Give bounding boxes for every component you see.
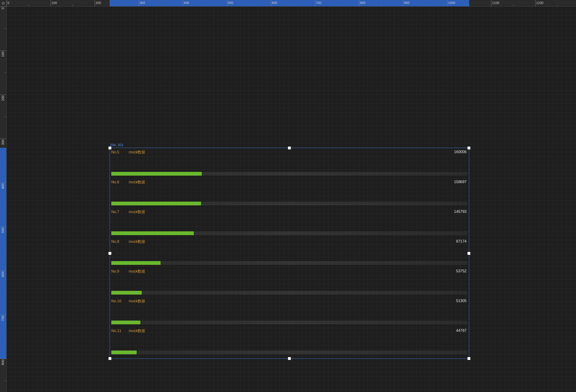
chart-row-header: No.7mock数据 [111,209,468,214]
ruler-h-tick-label: 500 [227,1,233,5]
ruler-v-tick-label: 700 [1,316,5,321]
chart-row-bar [111,172,202,176]
ruler-h-tick-label: 400 [183,1,189,5]
chart-row-rank: No.9 [111,269,123,274]
svg-point-1 [3,3,3,3]
ruler-h-tick-label: 300 [139,1,145,5]
chart-row-track [111,351,467,354]
ruler-h-tick-minor [557,4,557,6]
chart-row-label: mock数据 [129,269,145,274]
chart-row-header: No.11mock数据 [111,329,468,334]
ruler-v-selection [0,148,6,359]
ruler-h-tick-label: 1000 [447,1,455,5]
ruler-v-tick-label: 600 [1,272,5,277]
ruler-h-tick-label: 200 [95,1,101,5]
ruler-v-tick [0,6,6,7]
chart-row-rank: No.5 [111,150,123,154]
ruler-h-tick-minor [205,4,205,6]
chart-row: No.9mock数据53752 [111,268,468,298]
chart-row-bar [111,291,142,295]
ruler-h-tick-label: 900 [403,1,409,5]
chart-row-label: mock数据 [129,150,145,155]
ruler-h-tick-minor [117,4,117,6]
chart-row-rank: No.11 [111,329,123,333]
ruler-h-tick-minor [293,4,293,6]
chart-row: No.7mock数据145793 [111,209,468,238]
chart-row-track [111,202,467,205]
ruler-v-tick-label: 300 [1,140,5,145]
ruler-v-tick-minor [4,337,6,337]
ruler-v-tick-minor [4,293,6,293]
ruler-v-tick-label: 800 [1,360,5,365]
resize-handle-top-right[interactable] [467,147,470,149]
chart-row-bar [111,321,140,324]
ruler-v-tick [0,271,6,271]
resize-handle-bottom-center[interactable] [288,357,291,360]
ruler-h-selection [110,0,469,6]
ruler-v-tick-minor [4,117,6,117]
ranking-bar-chart: No.5mock数据160006No.6mock数据158697No.7mock… [110,148,469,359]
design-canvas[interactable]: 234, 321 No.5mock数据160006No.6mock数据15869… [6,6,576,392]
ruler-v-tick [0,315,6,315]
ruler-v-tick-minor [4,28,6,29]
ruler-h-tick-label: 100 [51,1,57,5]
chart-row-bar [111,202,201,205]
chart-row-label: mock数据 [129,299,145,304]
resize-handle-top-center[interactable] [288,147,291,149]
chart-row-header: No.9mock数据 [111,269,468,274]
chart-row: No.8mock数据87174 [111,238,468,268]
chart-row-header: No.8mock数据 [111,239,468,244]
ruler-v-tick-minor [4,381,6,381]
ruler-h-tick-label: 1200 [535,1,544,5]
chart-row-header: No.5mock数据 [111,150,468,155]
ruler-v-tick-minor [4,161,6,161]
chart-row-value: 87174 [456,239,466,243]
ruler-vertical[interactable]: 010020030040050060070080090010001100 [0,6,6,392]
chart-row: No.11mock数据44767 [111,328,468,357]
chart-row-label: mock数据 [129,239,145,244]
selection-coordinates: 234, 321 [110,143,123,147]
chart-row: No.10mock数据51305 [111,298,468,328]
ruler-h-tick-minor [73,4,73,6]
ruler-horizontal[interactable]: 0100200300400500600700800900100011001200… [6,0,576,6]
ruler-h-tick-label: 600 [271,1,277,5]
ruler-v-tick [0,139,6,139]
ruler-v-tick [0,95,6,95]
chart-row-track [111,172,467,176]
resize-handle-middle-left[interactable] [109,252,111,255]
chart-row: No.6mock数据158697 [111,179,468,209]
ruler-v-tick-label: 200 [1,96,5,101]
resize-handle-bottom-right[interactable] [467,357,470,360]
chart-row-track [111,291,467,295]
resize-handle-middle-right[interactable] [467,252,470,255]
ruler-v-tick [0,51,6,51]
resize-handle-bottom-left[interactable] [109,357,111,360]
chart-row-bar [111,231,194,235]
ruler-origin[interactable] [0,0,6,6]
crosshair-icon [1,1,5,5]
chart-row-label: mock数据 [129,209,145,214]
ruler-h-tick-label: 700 [315,1,321,5]
chart-row-value: 158697 [454,180,466,184]
ruler-h-tick-minor [29,4,29,6]
ruler-h-tick-minor [425,4,425,6]
chart-row-rank: No.10 [111,299,123,303]
chart-row-track [111,321,467,324]
chart-row-rank: No.7 [111,210,123,214]
chart-row-value: 44767 [456,329,466,333]
ruler-h-tick-minor [381,4,381,6]
ruler-v-tick-minor [4,249,6,249]
chart-row-value: 51305 [456,299,466,303]
chart-row-rank: No.6 [111,180,123,184]
ruler-h-tick-minor [249,4,249,6]
ruler-h-tick-minor [469,4,469,6]
ruler-h-tick-minor [337,4,337,6]
chart-row-track [111,261,467,265]
resize-handle-top-left[interactable] [109,147,111,149]
selected-widget[interactable]: 234, 321 No.5mock数据160006No.6mock数据15869… [110,148,469,359]
chart-row-bar [111,261,161,265]
chart-row-header: No.6mock数据 [111,180,468,185]
ruler-v-tick [0,227,6,227]
ruler-v-tick-label: 500 [1,228,5,233]
ruler-v-tick [0,359,6,359]
